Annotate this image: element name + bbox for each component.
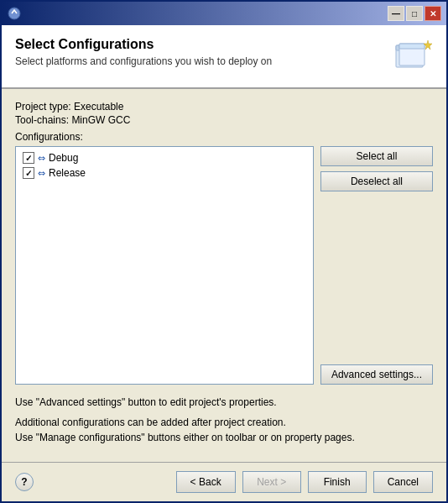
config-right-top: Select all Deselect all bbox=[320, 146, 433, 191]
config-item-debug-label: Debug bbox=[49, 152, 78, 164]
config-right: Select all Deselect all Advanced setting… bbox=[320, 146, 433, 385]
advanced-btn-container: Advanced settings... bbox=[320, 364, 433, 385]
project-type-value: Executable bbox=[74, 101, 123, 113]
header-icon bbox=[393, 37, 433, 77]
config-list[interactable]: ⇔ Debug ⇔ Release bbox=[15, 146, 314, 385]
toolchains-value: MinGW GCC bbox=[71, 114, 130, 126]
select-all-button[interactable]: Select all bbox=[320, 146, 433, 166]
finish-button[interactable]: Finish bbox=[308, 471, 367, 493]
back-button[interactable]: < Back bbox=[176, 471, 236, 493]
configurations-label: Configurations: bbox=[15, 131, 433, 143]
window: — □ ✕ Select Configurations Select platf… bbox=[0, 0, 448, 503]
toolchains-label: Tool-chains: bbox=[15, 114, 69, 126]
deselect-all-button[interactable]: Deselect all bbox=[320, 171, 433, 191]
info-text-1: Use "Advanced settings" button to edit p… bbox=[15, 395, 433, 410]
next-button[interactable]: Next > bbox=[242, 471, 301, 493]
header-subtitle: Select platforms and configurations you … bbox=[15, 55, 386, 67]
footer-buttons: < Back Next > Finish Cancel bbox=[176, 471, 433, 493]
config-item-release-label: Release bbox=[49, 167, 86, 179]
config-area: ⇔ Debug ⇔ Release Select all Deselect al… bbox=[15, 146, 433, 385]
main-content: Project type: Executable Tool-chains: Mi… bbox=[2, 89, 446, 462]
config-checkbox-debug[interactable] bbox=[23, 152, 34, 164]
cancel-button[interactable]: Cancel bbox=[373, 471, 433, 493]
config-item-debug[interactable]: ⇔ Debug bbox=[19, 150, 310, 165]
help-button[interactable]: ? bbox=[15, 473, 34, 491]
config-item-release[interactable]: ⇔ Release bbox=[19, 165, 310, 181]
release-icon: ⇔ bbox=[38, 168, 45, 179]
title-bar: — □ ✕ bbox=[2, 2, 446, 25]
info-text-2: Additional configurations can be added a… bbox=[15, 415, 433, 445]
svg-rect-4 bbox=[399, 44, 425, 49]
info-text-area: Use "Advanced settings" button to edit p… bbox=[15, 395, 433, 450]
project-type-row: Project type: Executable bbox=[15, 101, 433, 113]
window-icon bbox=[7, 6, 22, 21]
header-text: Select Configurations Select platforms a… bbox=[15, 37, 386, 67]
config-checkbox-release[interactable] bbox=[23, 167, 34, 179]
footer: ? < Back Next > Finish Cancel bbox=[2, 462, 446, 501]
header-section: Select Configurations Select platforms a… bbox=[2, 25, 446, 88]
title-bar-buttons: — □ ✕ bbox=[388, 6, 441, 21]
minimize-button[interactable]: — bbox=[388, 6, 404, 21]
maximize-button[interactable]: □ bbox=[406, 6, 423, 21]
project-type-label: Project type: bbox=[15, 101, 71, 113]
debug-icon: ⇔ bbox=[38, 153, 45, 164]
advanced-settings-button[interactable]: Advanced settings... bbox=[320, 364, 433, 385]
close-button[interactable]: ✕ bbox=[425, 6, 441, 21]
header-title: Select Configurations bbox=[15, 37, 386, 52]
toolchains-row: Tool-chains: MinGW GCC bbox=[15, 114, 433, 126]
